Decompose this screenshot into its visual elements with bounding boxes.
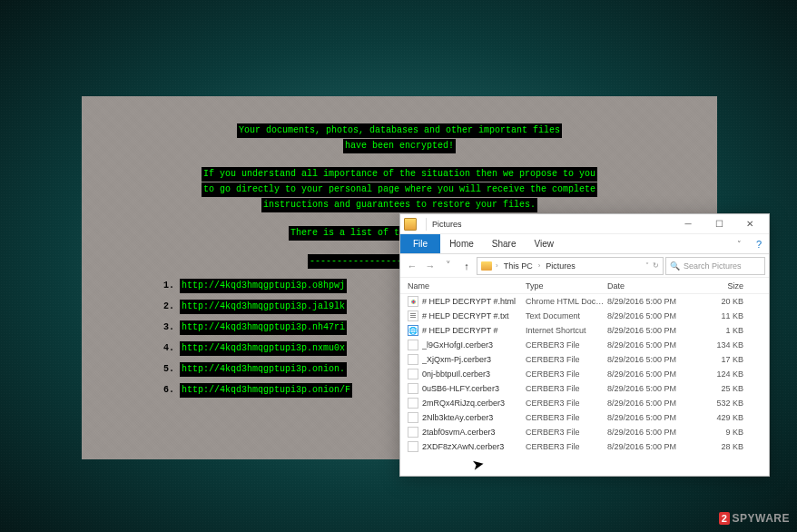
minimize-button[interactable]: ─ <box>673 215 704 233</box>
titlebar[interactable]: Pictures ─ ☐ ✕ <box>400 214 769 234</box>
breadcrumb-folder[interactable]: Pictures <box>544 261 577 271</box>
ribbon-file-tab[interactable]: File <box>400 234 440 253</box>
file-name: # HELP DECRYPT #.html <box>422 297 526 306</box>
link-url: http://4kqd3hmqgptupi3p.jal9lk <box>180 300 347 314</box>
file-date: 8/29/2016 5:00 PM <box>607 369 698 379</box>
up-button[interactable]: ↑ <box>458 258 475 274</box>
ribbon-expand-icon[interactable]: ˅ <box>730 234 749 253</box>
search-input[interactable]: 🔍 Search Pictures <box>665 257 765 275</box>
file-size: 134 KB <box>698 340 762 350</box>
column-date[interactable]: Date <box>607 281 698 291</box>
address-bar: ← → ˅ ↑ › This PC › Pictures ˅ ↻ 🔍 Searc… <box>400 254 769 278</box>
ransom-line: If you understand all importance of the … <box>202 167 597 182</box>
link-number: 3. <box>163 322 174 332</box>
file-date: 8/29/2016 5:00 PM <box>607 428 698 437</box>
column-size[interactable]: Size <box>698 281 762 291</box>
file-row[interactable]: _XjQxm-Pj.cerber3 CERBER3 File 8/29/2016… <box>400 352 769 367</box>
breadcrumb-root[interactable]: This PC <box>502 261 535 271</box>
ribbon: File Home Share View ˅ ? <box>400 234 769 254</box>
file-icon <box>408 354 418 365</box>
file-size: 532 KB <box>698 399 762 408</box>
search-placeholder: Search Pictures <box>684 261 742 271</box>
column-name[interactable]: Name <box>408 281 526 291</box>
file-icon <box>408 427 418 438</box>
file-date: 8/29/2016 5:00 PM <box>607 297 698 306</box>
file-name: 0uSB6-HLFY.cerber3 <box>422 384 526 393</box>
ribbon-view-tab[interactable]: View <box>526 234 564 253</box>
file-name: # HELP DECRYPT # <box>422 326 526 335</box>
forward-button[interactable]: → <box>422 258 438 274</box>
file-row[interactable]: 2Nlb3kteAy.cerber3 CERBER3 File 8/29/201… <box>400 410 769 425</box>
file-row[interactable]: 2XDF8zXAwN.cerber3 CERBER3 File 8/29/201… <box>400 439 769 454</box>
file-icon <box>408 398 418 409</box>
link-url: http://4kqd3hmqgptupi3p.o8hpwj <box>180 279 347 293</box>
file-row[interactable]: 0nj-bbtpuIl.cerber3 CERBER3 File 8/29/20… <box>400 367 769 381</box>
link-url: http://4kqd3hmqgptupi3p.onion. <box>180 362 347 377</box>
file-row[interactable]: 2mRQx4RiJzq.cerber3 CERBER3 File 8/29/20… <box>400 396 769 410</box>
link-number: 2. <box>163 301 174 311</box>
file-icon <box>408 441 418 452</box>
file-date: 8/29/2016 5:00 PM <box>607 355 698 364</box>
file-icon <box>408 369 418 379</box>
file-name: _l9GxHofgI.cerber3 <box>422 340 526 350</box>
file-type: Chrome HTML Docu… <box>526 297 607 306</box>
file-row[interactable]: # HELP DECRYPT #.html Chrome HTML Docu… … <box>400 294 769 309</box>
file-row[interactable]: # HELP DECRYPT #.txt Text Document 8/29/… <box>400 309 769 323</box>
separator <box>426 218 427 231</box>
folder-icon <box>404 218 417 231</box>
file-type: CERBER3 File <box>526 428 607 437</box>
file-row[interactable]: 2tabf0svmA.cerber3 CERBER3 File 8/29/201… <box>400 425 769 439</box>
file-name: 0nj-bbtpuIl.cerber3 <box>422 369 526 379</box>
file-type: CERBER3 File <box>526 413 607 422</box>
file-row[interactable]: _l9GxHofgI.cerber3 CERBER3 File 8/29/201… <box>400 338 769 352</box>
chevron-right-icon: › <box>538 261 541 270</box>
file-size: 17 KB <box>698 355 762 364</box>
link-url: http://4kqd3hmqgptupi3p.onion/F <box>180 383 352 398</box>
ransom-line: Your documents, photos, databases and ot… <box>237 123 562 138</box>
file-date: 8/29/2016 5:00 PM <box>607 326 698 335</box>
file-name: 2tabf0svmA.cerber3 <box>422 428 526 437</box>
ransom-line: have been encrypted! <box>343 139 456 153</box>
ribbon-home-tab[interactable]: Home <box>440 234 483 253</box>
file-icon <box>408 340 418 350</box>
file-icon <box>408 412 418 423</box>
file-type: Text Document <box>526 311 607 320</box>
file-type: CERBER3 File <box>526 340 607 350</box>
file-size: 1 KB <box>698 326 762 335</box>
link-url: http://4kqd3hmqgptupi3p.nh47ri <box>180 320 347 335</box>
file-date: 8/29/2016 5:00 PM <box>607 311 698 320</box>
file-date: 8/29/2016 5:00 PM <box>607 442 698 451</box>
maximize-button[interactable]: ☐ <box>704 215 734 233</box>
file-type: Internet Shortcut <box>526 326 607 335</box>
file-name: # HELP DECRYPT #.txt <box>422 311 526 320</box>
refresh-icon[interactable]: ↻ <box>653 261 659 270</box>
column-type[interactable]: Type <box>526 281 607 291</box>
file-size: 20 KB <box>698 297 762 306</box>
recent-dropdown-icon[interactable]: ˅ <box>440 258 457 274</box>
file-type: CERBER3 File <box>526 355 607 364</box>
close-button[interactable]: ✕ <box>734 215 765 233</box>
file-size: 124 KB <box>698 369 762 379</box>
file-explorer-window[interactable]: Pictures ─ ☐ ✕ File Home Share View ˅ ? … <box>399 213 770 477</box>
help-icon[interactable]: ? <box>749 234 769 253</box>
file-row[interactable]: 0uSB6-HLFY.cerber3 CERBER3 File 8/29/201… <box>400 381 769 396</box>
chevron-down-icon[interactable]: ˅ <box>645 261 649 270</box>
column-headers: Name Type Date Size <box>400 278 769 294</box>
ribbon-share-tab[interactable]: Share <box>483 234 526 253</box>
file-date: 8/29/2016 5:00 PM <box>607 413 698 422</box>
address-field[interactable]: › This PC › Pictures ˅ ↻ <box>477 257 664 275</box>
file-type: CERBER3 File <box>526 369 607 379</box>
file-name: _XjQxm-Pj.cerber3 <box>422 355 526 364</box>
file-row[interactable]: # HELP DECRYPT # Internet Shortcut 8/29/… <box>400 323 769 338</box>
file-size: 9 KB <box>698 428 762 437</box>
link-number: 5. <box>163 364 174 374</box>
file-type: CERBER3 File <box>526 399 607 408</box>
file-icon <box>408 383 418 394</box>
link-number: 6. <box>163 385 174 395</box>
window-title: Pictures <box>432 220 462 229</box>
back-button[interactable]: ← <box>404 258 420 274</box>
file-size: 25 KB <box>698 384 762 393</box>
file-name: 2mRQx4RiJzq.cerber3 <box>422 399 526 408</box>
chevron-right-icon: › <box>496 261 498 270</box>
watermark-text: SPYWARE <box>732 512 790 525</box>
